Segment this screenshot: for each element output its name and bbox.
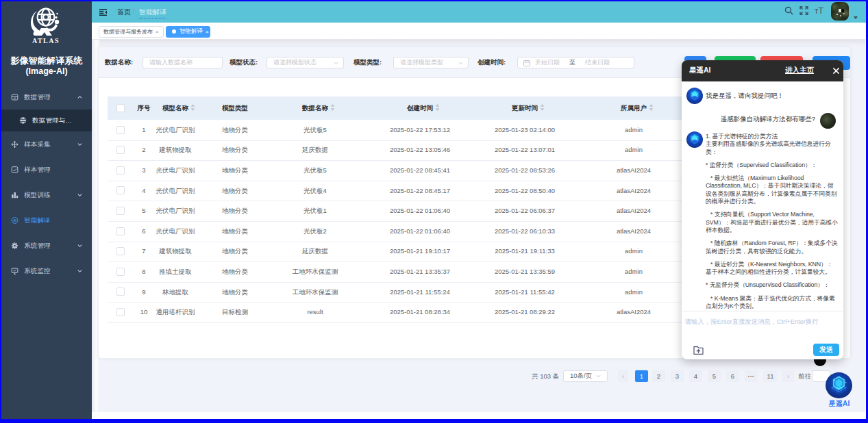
- svg-text:ATLAS: ATLAS: [32, 37, 60, 44]
- svg-text:AI: AI: [13, 218, 16, 222]
